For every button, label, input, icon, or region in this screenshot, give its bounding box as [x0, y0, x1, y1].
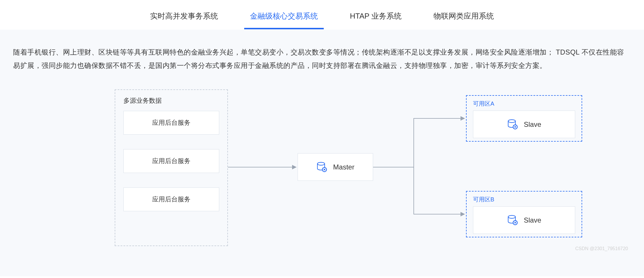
slave-a-label: Slave	[524, 120, 541, 129]
svg-line-9	[325, 170, 326, 171]
svg-point-14	[515, 126, 516, 128]
svg-line-8	[323, 168, 324, 169]
tab-financial-core-trading[interactable]: 金融级核心交易系统	[247, 6, 321, 29]
database-icon	[316, 161, 328, 173]
slave-node-b: Slave	[473, 206, 575, 234]
svg-line-19	[514, 125, 514, 126]
svg-point-3	[324, 169, 325, 170]
svg-point-12	[508, 120, 515, 122]
svg-line-10	[323, 170, 324, 171]
content-panel: 随着手机银行、网上理财、区块链等等具有互联网特色的金融业务兴起，单笔交易变小，交…	[0, 30, 644, 276]
svg-line-11	[325, 168, 326, 169]
tab-iot-application[interactable]: 物联网类应用系统	[431, 6, 497, 29]
slave-b-label: Slave	[524, 216, 541, 224]
slave-node-a: Slave	[473, 111, 575, 138]
svg-point-25	[515, 222, 516, 223]
svg-line-20	[516, 128, 517, 128]
svg-point-23	[508, 215, 515, 218]
svg-line-33	[516, 221, 517, 222]
availability-zone-a: 可用区A Sl	[466, 95, 582, 142]
tab-realtime-high-concurrency[interactable]: 实时高并发事务系统	[147, 6, 221, 29]
source-group-title: 多源业务数据	[123, 96, 219, 105]
source-business-data-group: 多源业务数据 应用后台服务 应用后台服务 应用后台服务	[115, 89, 228, 246]
master-node: Master	[298, 153, 373, 181]
description-text: 随着手机银行、网上理财、区块链等等具有互联网特色的金融业务兴起，单笔交易变小，交…	[13, 46, 631, 72]
database-icon	[507, 214, 519, 226]
zone-b-title: 可用区B	[473, 196, 575, 203]
availability-zone-b: 可用区B Sl	[466, 191, 582, 237]
master-label: Master	[333, 163, 354, 171]
app-backend-service-3: 应用后台服务	[123, 187, 219, 211]
tab-bar: 实时高并发事务系统 金融级核心交易系统 HTAP 业务系统 物联网类应用系统	[0, 0, 644, 30]
architecture-diagram: 多源业务数据 应用后台服务 应用后台服务 应用后台服务	[13, 89, 631, 252]
svg-line-21	[514, 128, 514, 128]
tab-htap-business[interactable]: HTAP 业务系统	[347, 6, 404, 29]
app-backend-service-1: 应用后台服务	[123, 111, 219, 135]
zone-a-title: 可用区A	[473, 100, 575, 108]
svg-line-22	[516, 125, 517, 126]
svg-point-1	[317, 162, 325, 165]
svg-line-31	[516, 223, 517, 224]
app-backend-service-2: 应用后台服务	[123, 149, 219, 173]
svg-line-32	[514, 223, 514, 224]
database-icon	[507, 119, 519, 130]
svg-line-30	[514, 221, 514, 222]
watermark-text: CSDN @2301_79516720	[575, 246, 628, 251]
